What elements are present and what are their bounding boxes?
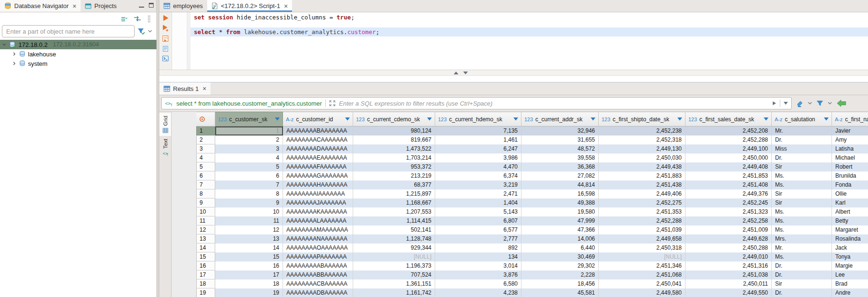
presentation-tab-text[interactable]: Text<>T <box>159 136 171 159</box>
grid-cell[interactable]: 1 <box>215 126 283 135</box>
grid-cell[interactable]: 9 <box>215 198 283 207</box>
grid-cell[interactable]: 2,451,323 <box>685 207 772 216</box>
grid-cell[interactable]: 1,207,553 <box>353 207 435 216</box>
grid-cell[interactable]: 2,451,438 <box>599 180 685 189</box>
grid-cell[interactable]: 929,344 <box>353 243 435 252</box>
row-number[interactable]: 4 <box>196 153 215 162</box>
grid-cell[interactable]: 2,228 <box>521 270 599 279</box>
grid-cell[interactable]: Fonda <box>832 180 868 189</box>
grid-cell[interactable]: AAAAAAAAIAAAAAAA <box>283 189 353 198</box>
row-number[interactable]: 6 <box>196 171 215 180</box>
grid-cell[interactable]: AAAAAAAAOAAAAAAA <box>283 243 353 252</box>
grid-cell[interactable]: 2,777 <box>435 234 521 243</box>
grid-cell[interactable]: 14 <box>215 243 283 252</box>
navigator-tab-projects[interactable]: Projects <box>81 0 121 12</box>
collapse-up-button[interactable] <box>452 71 460 75</box>
grid-cell[interactable]: AAAAAAAABAAAAAAA <box>283 126 353 135</box>
grid-cell[interactable]: 2,449,100 <box>685 144 772 153</box>
grid-cell[interactable]: 2,449,130 <box>599 144 685 153</box>
grid-cell[interactable]: 2,450,288 <box>685 243 772 252</box>
grid-cell[interactable]: Ms. <box>772 252 832 261</box>
grid-cell[interactable]: 2,450,041 <box>599 279 685 288</box>
grid-cell[interactable]: 10 <box>215 207 283 216</box>
object-filter-input[interactable] <box>2 25 135 37</box>
grid-cell[interactable]: Ms. <box>772 180 832 189</box>
grid-cell[interactable]: Margie <box>832 261 868 270</box>
grid-cell[interactable]: 7 <box>215 180 283 189</box>
grid-cell[interactable]: 6,577 <box>435 225 521 234</box>
grid-cell[interactable]: 4,470 <box>435 162 521 171</box>
grid-cell[interactable]: 2,450,011 <box>685 279 772 288</box>
table-row[interactable]: 1919AAAAAAAADBAAAAAA1,161,7424,23845,581… <box>196 288 868 297</box>
close-icon[interactable]: × <box>202 85 206 92</box>
table-row[interactable]: 99AAAAAAAAJAAAAAAA1,168,6671,40449,3882,… <box>196 198 868 207</box>
grid-cell[interactable]: 2,452,275 <box>599 198 685 207</box>
grid-cell[interactable]: 31,655 <box>521 135 599 144</box>
grid-cell[interactable]: 27,082 <box>521 171 599 180</box>
tree-item-172-18-0-2[interactable]: 172.18.0.2172.18.0.2:31604 <box>0 40 156 49</box>
results-tab-results-1[interactable]: Results 1× <box>159 82 210 95</box>
grid-cell[interactable]: 2,451,408 <box>685 180 772 189</box>
grid-cell[interactable]: AAAAAAAAFAAAAAAA <box>283 162 353 171</box>
grid-cell[interactable]: 502,141 <box>353 225 435 234</box>
results-filter-input[interactable]: <>T select * from lakehouse.customer_ana… <box>161 97 792 109</box>
grid-cell[interactable]: Brad <box>832 279 868 288</box>
column-header-c_first_shipto_date_sk[interactable]: 123c_first_shipto_date_sk <box>599 112 685 126</box>
grid-cell[interactable]: Javier <box>832 126 868 135</box>
execute-new-tab-icon[interactable] <box>162 25 169 32</box>
grid-cell[interactable]: AAAAAAAAEAAAAAAA <box>283 153 353 162</box>
grid-cell[interactable]: 1,461 <box>435 135 521 144</box>
grid-cell[interactable]: 1,703,214 <box>353 153 435 162</box>
column-header-c_customer_id[interactable]: A-zc_customer_id <box>283 112 353 126</box>
grid-cell[interactable]: 6,374 <box>435 171 521 180</box>
grid-cell[interactable]: Tonya <box>832 252 868 261</box>
column-dropdown-icon[interactable] <box>824 117 829 121</box>
grid-cell[interactable]: 2,449,658 <box>599 234 685 243</box>
grid-cell[interactable]: Ms. <box>772 207 832 216</box>
table-row[interactable]: 44AAAAAAAAEAAAAAAA1,703,2143,98639,5582,… <box>196 153 868 162</box>
grid-cell[interactable]: 32,946 <box>521 126 599 135</box>
grid-cell[interactable]: Dr. <box>772 270 832 279</box>
grid-cell[interactable]: 14,006 <box>521 234 599 243</box>
grid-cell[interactable]: 18 <box>215 279 283 288</box>
grid-cell[interactable]: 3 <box>215 144 283 153</box>
grid-cell[interactable]: 19 <box>215 288 283 297</box>
grid-cell[interactable]: Karl <box>832 198 868 207</box>
close-icon[interactable]: × <box>73 3 76 9</box>
grid-cell[interactable]: Ollie <box>832 189 868 198</box>
column-dropdown-icon[interactable] <box>591 117 595 121</box>
column-dropdown-icon[interactable] <box>427 117 432 121</box>
row-number[interactable]: 12 <box>196 225 215 234</box>
minimize-icon[interactable] <box>139 3 144 8</box>
table-row[interactable]: 1111AAAAAAAALAAAAAAA1,114,4156,80747,999… <box>196 216 868 225</box>
grid-cell[interactable]: Sir <box>772 198 832 207</box>
grid-cell[interactable]: Lee <box>832 270 868 279</box>
grid-cell[interactable]: 30,469 <box>521 252 599 261</box>
grid-cell[interactable]: 819,667 <box>353 135 435 144</box>
grid-cell[interactable]: AAAAAAAAHAAAAAAA <box>283 180 353 189</box>
grid-cell[interactable]: 1,215,897 <box>353 189 435 198</box>
column-header-c_first_name[interactable]: A-zc_first_name <box>832 112 868 126</box>
tree-item-lakehouse[interactable]: lakehouse <box>0 49 156 59</box>
grid-cell[interactable]: AAAAAAAACAAAAAAA <box>283 135 353 144</box>
row-number[interactable]: 5 <box>196 162 215 171</box>
grid-cell[interactable]: Robert <box>832 162 868 171</box>
grid-cell[interactable]: 2,451,009 <box>685 225 772 234</box>
row-number[interactable]: 11 <box>196 216 215 225</box>
column-dropdown-icon[interactable] <box>275 117 280 121</box>
grid-cell[interactable]: 2,449,438 <box>599 162 685 171</box>
grid-cell[interactable]: 134 <box>435 252 521 261</box>
column-header-c_current_cdemo_sk[interactable]: 123c_current_cdemo_sk <box>353 112 435 126</box>
grid-cell[interactable]: 11 <box>215 216 283 225</box>
grid-cell[interactable]: Mrs. <box>772 234 832 243</box>
grid-cell[interactable]: 2,451,853 <box>685 171 772 180</box>
grid-cell[interactable]: 2,452,288 <box>685 135 772 144</box>
sql-terminal-icon[interactable] <box>162 55 169 62</box>
column-dropdown-icon[interactable] <box>345 117 350 121</box>
grid-cell[interactable]: 5,143 <box>435 207 521 216</box>
column-header-c_customer_sk[interactable]: 123c_customer_sk <box>215 112 283 126</box>
grid-cell[interactable]: 19,580 <box>521 207 599 216</box>
grid-cell[interactable]: 12 <box>215 225 283 234</box>
grid-cell[interactable]: 2,451,353 <box>599 207 685 216</box>
previous-page-icon[interactable] <box>836 99 847 107</box>
